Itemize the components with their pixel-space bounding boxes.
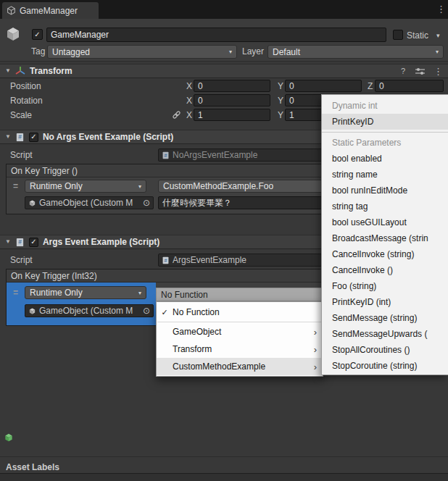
menu-separator (157, 322, 322, 322)
submenu-item[interactable]: StopAllCoroutines () (322, 342, 448, 358)
rotation-x-field[interactable] (194, 94, 270, 106)
menu-item-label: Transform (173, 344, 314, 354)
submenu-item[interactable]: CancelInvoke (string) (322, 246, 448, 262)
event-function-value: CustomMethodExample.Foo (163, 181, 273, 191)
transform-header[interactable]: ▼ Transform ? ⋮ (0, 64, 448, 78)
scale-x-field[interactable] (194, 109, 270, 121)
static-dropdown-icon[interactable]: ▾ (436, 32, 440, 39)
event-mode-value: Runtime Only (30, 181, 83, 191)
check-icon: ✓ (34, 31, 40, 38)
submenu-item[interactable]: CancelInvoke () (322, 262, 448, 278)
menu-item-no-function[interactable]: ✓ No Function (157, 304, 323, 321)
submenu-item[interactable]: string tag (322, 198, 448, 214)
component-title: Args Event Example (Script) (43, 237, 159, 247)
asset-bundle-icon (4, 432, 14, 443)
script-icon: # (162, 256, 170, 264)
foldout-icon[interactable]: ▼ (5, 68, 11, 74)
tag-value: Untagged (52, 47, 90, 57)
tab-gamemanager[interactable]: GameManager (2, 2, 99, 19)
method-submenu: Dynamic int PrintKeyID Static Parameters… (321, 94, 448, 375)
asset-labels-header[interactable]: Asset Labels (6, 462, 59, 472)
drag-handle-icon[interactable]: = (13, 288, 18, 298)
inspector-window: GameManager ⋮ ✓ Static ▾ Tag Untagged ▾ … (0, 0, 448, 481)
transform-title: Transform (30, 66, 72, 76)
name-field[interactable] (46, 28, 386, 42)
function-dropdown-label: No Function (161, 290, 208, 300)
tab-label: GameManager (20, 6, 78, 16)
gameobject-cube-icon (28, 199, 36, 207)
submenu-section-header: Dynamic int (322, 98, 448, 114)
component-menu-icon[interactable]: ⋮ (434, 67, 448, 76)
script-label: Script (10, 150, 33, 160)
event-mode-dropdown[interactable]: Runtime Only ▾ (25, 286, 146, 299)
link-scale-icon[interactable] (172, 110, 181, 120)
foldout-icon[interactable]: ▼ (5, 239, 11, 245)
menu-item-label: GameObject (173, 327, 314, 337)
submenu-item[interactable]: Foo (string) (322, 278, 448, 294)
submenu-item[interactable]: bool useGUILayout (322, 214, 448, 230)
menu-separator (322, 132, 448, 133)
function-dropdown-open[interactable]: No Function (156, 288, 323, 301)
axis-x-label: X (186, 110, 192, 120)
svg-text:#: # (165, 152, 167, 157)
gameobject-icon[interactable] (4, 25, 22, 43)
check-icon: ✓ (30, 238, 36, 246)
menu-item-transform[interactable]: Transform › (157, 340, 323, 358)
chevron-down-icon: ▾ (136, 290, 141, 296)
chevron-down-icon: ▾ (226, 49, 232, 55)
tag-dropdown[interactable]: Untagged ▾ (47, 45, 237, 59)
axis-y-label: Y (278, 81, 283, 91)
axis-x-label: X (186, 81, 192, 91)
function-menu: ✓ No Function GameObject › Transform › C… (156, 301, 323, 377)
position-z-field[interactable] (375, 80, 444, 92)
layer-value: Default (273, 47, 300, 57)
chevron-down-icon: ▾ (136, 183, 141, 190)
menu-item-custommethodexample[interactable]: CustomMethodExample › (157, 358, 323, 375)
help-icon[interactable]: ? (401, 67, 407, 75)
event-target-value: GameObject (Custom M (39, 198, 140, 208)
event-title: On Key Trigger () (11, 166, 78, 176)
menu-item-gameobject[interactable]: GameObject › (157, 323, 323, 340)
event-target-field[interactable]: GameObject (Custom M ⊙ (25, 196, 154, 209)
drag-handle-icon[interactable]: = (13, 181, 18, 191)
submenu-item-printkeyid[interactable]: PrintKeyID (322, 114, 448, 130)
window-menu-icon[interactable]: ⋮ (436, 4, 446, 14)
static-label: Static (407, 30, 428, 41)
check-icon: ✓ (30, 133, 36, 141)
package-icon (7, 6, 16, 15)
object-picker-icon[interactable]: ⊙ (143, 306, 150, 316)
submenu-item[interactable]: PrintKeyID (int) (322, 294, 448, 310)
transform-icon (15, 66, 25, 76)
active-checkbox[interactable]: ✓ (32, 29, 43, 40)
submenu-item[interactable]: bool enabled (322, 151, 448, 167)
object-picker-icon[interactable]: ⊙ (143, 198, 150, 208)
layer-dropdown[interactable]: Default ▾ (267, 45, 444, 59)
gameobject-cube-icon (28, 307, 36, 315)
script-icon: # (15, 238, 25, 247)
component-enabled-checkbox[interactable]: ✓ (29, 238, 38, 247)
axis-x-label: X (186, 96, 192, 106)
component-enabled-checkbox[interactable]: ✓ (29, 133, 38, 142)
position-y-field[interactable] (285, 80, 362, 92)
submenu-item[interactable]: string name (322, 167, 448, 183)
submenu-item[interactable]: BroadcastMessage (strin (322, 230, 448, 246)
submenu-item[interactable]: SendMessage (string) (322, 310, 448, 326)
script-icon: # (15, 133, 25, 142)
position-x-field[interactable] (194, 80, 270, 92)
rotation-label: Rotation (10, 96, 43, 106)
event-title: On Key Trigger (Int32) (11, 271, 97, 281)
submenu-item[interactable]: StopCoroutine (string) (322, 358, 448, 374)
static-checkbox[interactable] (393, 30, 403, 40)
component-title: No Args Event Example (Script) (43, 132, 173, 142)
bottom-bar (0, 473, 448, 481)
submenu-section-header: Static Parameters (322, 135, 448, 151)
submenu-item[interactable]: bool runInEditMode (322, 183, 448, 198)
foldout-icon[interactable]: ▼ (5, 134, 11, 140)
submenu-item[interactable]: SendMessageUpwards ( (322, 326, 448, 342)
menu-item-label: CustomMethodExample (173, 361, 314, 372)
event-target-value: GameObject (Custom M (39, 306, 140, 316)
presets-icon[interactable] (411, 67, 429, 75)
axis-z-label: Z (368, 81, 373, 91)
event-mode-dropdown[interactable]: Runtime Only ▾ (25, 180, 146, 193)
event-target-field[interactable]: GameObject (Custom M ⊙ (25, 304, 154, 317)
